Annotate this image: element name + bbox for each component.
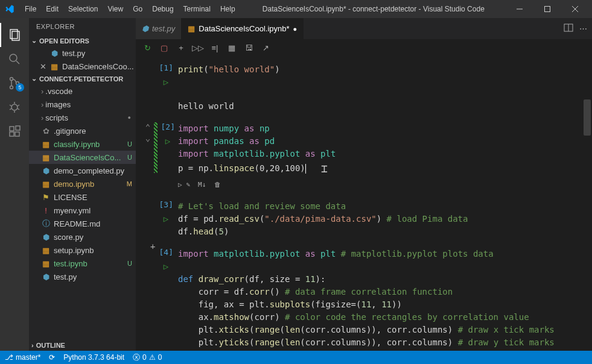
- vscode-logo-icon: [5, 4, 14, 14]
- file-item[interactable]: ▦demo.ipynbM: [29, 177, 136, 190]
- cell-number: [4]: [156, 248, 176, 257]
- variables-icon[interactable]: ▦: [226, 43, 237, 54]
- toolbar-icon[interactable]: ≡|: [209, 43, 220, 54]
- scrollbar-vertical[interactable]: [584, 99, 591, 136]
- warning-icon: ⚠: [149, 353, 156, 362]
- interrupt-icon[interactable]: ▢: [159, 43, 170, 54]
- menu-file[interactable]: File: [21, 4, 40, 14]
- file-item[interactable]: !myenv.yml: [29, 204, 136, 217]
- svg-line-14: [18, 105, 19, 106]
- status-bar: ⎇master* ⟳ Python 3.7.3 64-bit ⓧ0 ⚠0: [0, 351, 592, 364]
- notebook-toolbar: ↻ ▢ + ▷▷ ≡| ▦ 🖫 ↗: [136, 39, 592, 57]
- file-item[interactable]: ✿.gitignore: [29, 124, 136, 137]
- explorer-icon[interactable]: [0, 23, 29, 47]
- svg-rect-1: [545, 7, 550, 12]
- source-control-icon[interactable]: 5: [0, 71, 29, 95]
- run-cell-icon[interactable]: ▷: [164, 214, 168, 224]
- code-content[interactable]: import numpy as np import pandas as pd i…: [178, 122, 580, 190]
- file-item[interactable]: ▦classify.ipynbU: [29, 137, 136, 151]
- outline-header[interactable]: ›OUTLINE: [29, 340, 136, 351]
- maximize-button[interactable]: [535, 1, 559, 17]
- svg-rect-5: [12, 31, 19, 40]
- menu-edit[interactable]: Edit: [42, 4, 63, 14]
- code-content[interactable]: import matplotlib.pyplot as plt # matplo…: [178, 248, 580, 349]
- window-title: DataScienceIsCool.ipynb* - connect-petde…: [240, 5, 508, 13]
- editor-tabs: ⬢test.py ▦DataScienceIsCool.ipynb*● ⋯: [136, 18, 592, 39]
- svg-line-16: [18, 108, 19, 110]
- menu-terminal[interactable]: Terminal: [179, 4, 215, 14]
- file-item[interactable]: ⬢score.py: [29, 230, 136, 243]
- fold-down-icon[interactable]: ⌄: [145, 133, 150, 143]
- window-controls: [508, 1, 587, 17]
- file-item[interactable]: ⚑LICENSE: [29, 190, 136, 204]
- run-cell-icon[interactable]: ▷: [165, 136, 170, 146]
- search-icon[interactable]: [0, 47, 29, 71]
- open-editors-header[interactable]: ⌄OPEN EDITORS: [29, 35, 136, 46]
- svg-line-15: [10, 108, 11, 110]
- close-button[interactable]: [563, 1, 587, 17]
- export-icon[interactable]: ↗: [260, 43, 271, 54]
- activity-bar: 5: [0, 18, 29, 351]
- more-actions-icon[interactable]: ⋯: [579, 24, 587, 33]
- code-cell[interactable]: ⌃⌄ [2]▷ import numpy as np import pandas…: [142, 122, 580, 190]
- git-branch[interactable]: ⎇master*: [5, 353, 40, 362]
- scm-badge: 5: [16, 83, 24, 92]
- fold-up-icon[interactable]: ⌃: [145, 122, 150, 132]
- file-item[interactable]: ▦test.ipynbU: [29, 257, 136, 270]
- sidebar-title: EXPLORER: [29, 18, 136, 35]
- error-icon: ⓧ: [133, 353, 140, 363]
- add-cell-icon[interactable]: +: [176, 43, 186, 54]
- code-content[interactable]: print("hello world")hello world: [178, 63, 580, 113]
- folder-item[interactable]: ›.vscode: [29, 84, 136, 98]
- cell-output: hello world: [178, 100, 580, 113]
- file-item[interactable]: ▦setup.ipynb: [29, 243, 136, 257]
- run-cell-icon[interactable]: ▷: [164, 262, 168, 271]
- close-icon: ✕: [40, 62, 48, 71]
- main-menu: File Edit Selection View Go Debug Termin…: [21, 4, 240, 14]
- code-cell[interactable]: [1]▷ print("hello world")hello world: [142, 63, 580, 113]
- file-item[interactable]: ⓘREADME.md: [29, 217, 136, 230]
- run-all-icon[interactable]: ▷▷: [193, 43, 203, 54]
- file-item[interactable]: ⬢demo_completed.py: [29, 164, 136, 177]
- sync-button[interactable]: ⟳: [49, 353, 55, 362]
- menu-view[interactable]: View: [103, 4, 127, 14]
- cell-number: [3]: [156, 200, 176, 209]
- svg-rect-20: [15, 132, 19, 136]
- save-icon[interactable]: 🖫: [243, 43, 254, 54]
- menu-go[interactable]: Go: [129, 4, 147, 14]
- minimize-button[interactable]: [508, 1, 532, 17]
- menu-debug[interactable]: Debug: [148, 4, 177, 14]
- notebook-body[interactable]: [1]▷ print("hello world")hello world ⌃⌄ …: [136, 57, 592, 351]
- title-bar: File Edit Selection View Go Debug Termin…: [0, 0, 592, 18]
- open-editor-item[interactable]: ✕▦DataScienceIsCoo...: [29, 60, 136, 73]
- code-cell[interactable]: [4]▷ import matplotlib.pyplot as plt # m…: [142, 248, 580, 349]
- sync-icon: ⟳: [49, 353, 55, 362]
- restart-icon[interactable]: ↻: [142, 43, 153, 54]
- add-cell-below-icon[interactable]: +: [150, 242, 155, 251]
- project-header[interactable]: ⌄CONNECT-PETDETECTOR: [29, 73, 136, 84]
- code-content[interactable]: # Let's load and review some data df = p…: [178, 200, 580, 238]
- tab-test-py[interactable]: ⬢test.py: [136, 18, 182, 39]
- cell-action-bar[interactable]: ▷ ✎ M↓ 🗑: [178, 180, 580, 190]
- extensions-icon[interactable]: [0, 119, 29, 143]
- menu-help[interactable]: Help: [216, 4, 240, 14]
- split-editor-icon[interactable]: [564, 23, 573, 34]
- folder-item[interactable]: ›scripts●: [29, 111, 136, 124]
- run-cell-icon[interactable]: ▷: [164, 77, 168, 87]
- cell-number: [1]: [156, 63, 176, 72]
- open-editor-item[interactable]: ⬢test.py: [29, 46, 136, 60]
- svg-point-6: [10, 54, 17, 61]
- svg-point-11: [11, 104, 18, 110]
- file-item[interactable]: ▦DataScienceIsCo...U: [29, 151, 136, 164]
- folder-item[interactable]: ›images: [29, 98, 136, 111]
- editor-area: ⬢test.py ▦DataScienceIsCool.ipynb*● ⋯ ↻ …: [136, 18, 592, 351]
- tab-datascience[interactable]: ▦DataScienceIsCool.ipynb*●: [182, 18, 304, 39]
- menu-selection[interactable]: Selection: [64, 4, 102, 14]
- svg-rect-18: [10, 127, 14, 131]
- svg-rect-4: [10, 30, 18, 39]
- problems[interactable]: ⓧ0 ⚠0: [133, 353, 162, 363]
- python-interpreter[interactable]: Python 3.7.3 64-bit: [63, 353, 124, 362]
- file-item[interactable]: ⬢test.py: [29, 270, 136, 283]
- code-cell[interactable]: [3]▷ # Let's load and review some data d…: [142, 200, 580, 238]
- debug-icon[interactable]: [0, 95, 29, 119]
